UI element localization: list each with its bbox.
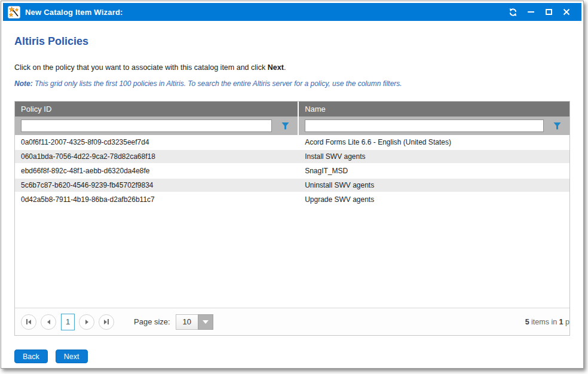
- last-page-button[interactable]: [99, 314, 114, 330]
- wizard-window: New Catalog Item Wizard: Altiri: [1, 1, 584, 369]
- instruction-text: Click on the policy that you want to ass…: [14, 63, 570, 72]
- wizard-content: Altiris Policies Click on the policy tha…: [1, 35, 583, 363]
- next-button[interactable]: Next: [56, 350, 88, 363]
- policy-id-filter-input[interactable]: [21, 119, 272, 132]
- wizard-app-icon: [8, 6, 20, 19]
- column-header-policy-id[interactable]: Policy ID: [15, 102, 299, 117]
- previous-page-button[interactable]: [41, 314, 56, 330]
- table-row[interactable]: 060a1bda-7056-4d22-9ca2-78d82ca68f18 Ins…: [15, 149, 569, 164]
- name-cell: SnagIT_MSD: [299, 164, 569, 178]
- items-info-text: items in: [529, 318, 559, 326]
- column-header-name[interactable]: Name: [299, 102, 569, 117]
- instruction-bold-next: Next: [268, 63, 284, 72]
- next-page-button[interactable]: [79, 314, 94, 330]
- name-cell: Acord Forms Lite 6.6 - English (United S…: [299, 135, 569, 149]
- table-row[interactable]: 0d42a5b8-7911-4b19-86ba-d2afb26b11c7 Upg…: [15, 192, 569, 207]
- filter-funnel-icon[interactable]: [281, 122, 289, 130]
- page-size-label: Page size:: [134, 317, 170, 326]
- note-text: Note: This grid only lists the first 100…: [14, 79, 570, 88]
- policy-id-cell: 060a1bda-7056-4d22-9ca2-78d82ca68f18: [15, 150, 299, 163]
- items-info-suffix: p: [564, 318, 569, 326]
- current-page-indicator[interactable]: 1: [61, 314, 75, 330]
- table-row[interactable]: 5c6b7c87-b620-4546-9239-fb45702f9834 Uni…: [15, 178, 569, 192]
- pages-count: 1: [559, 318, 564, 326]
- instruction-segment: Click on the policy that you want to ass…: [14, 63, 268, 72]
- table-row[interactable]: 0a0f6f11-2007-4325-8f09-cd3235eef7d4 Aco…: [15, 135, 569, 149]
- note-body: This grid only lists the first 100 polic…: [33, 79, 402, 88]
- window-title: New Catalog Item Wizard:: [25, 8, 123, 17]
- page-title: Altiris Policies: [14, 35, 570, 48]
- wizard-footer: Back Next: [14, 350, 570, 363]
- name-cell: Install SWV agents: [299, 150, 569, 163]
- back-button[interactable]: Back: [14, 350, 48, 363]
- grid-filter-row: [15, 117, 569, 135]
- policy-id-cell: 5c6b7c87-b620-4546-9239-fb45702f9834: [15, 179, 299, 192]
- window-controls: [504, 5, 575, 19]
- grid-header-row: Policy ID Name: [15, 102, 569, 117]
- policies-grid: Policy ID Name: [14, 101, 570, 336]
- instruction-period: .: [284, 63, 286, 72]
- page-size-value: 10: [176, 314, 198, 330]
- name-filter-input[interactable]: [305, 119, 544, 132]
- filter-funnel-icon[interactable]: [553, 122, 561, 130]
- name-filter-cell: [299, 117, 569, 135]
- page-size-dropdown[interactable]: 10: [176, 314, 213, 330]
- items-count: 5: [525, 318, 529, 326]
- name-cell: Upgrade SWV agents: [299, 192, 569, 207]
- name-cell: Uninstall SWV agents: [299, 179, 569, 192]
- maximize-icon[interactable]: [540, 5, 558, 19]
- titlebar: New Catalog Item Wizard:: [3, 3, 581, 21]
- first-page-button[interactable]: [21, 314, 36, 330]
- policy-id-cell: ebd66f8f-892c-48f1-aebb-d6320da4e8fe: [15, 164, 299, 178]
- chevron-down-icon[interactable]: [198, 314, 213, 330]
- note-label: Note:: [14, 79, 33, 88]
- close-icon[interactable]: [558, 5, 575, 19]
- policy-id-cell: 0a0f6f11-2007-4325-8f09-cd3235eef7d4: [15, 135, 299, 149]
- minimize-icon[interactable]: [522, 5, 540, 19]
- policy-id-filter-cell: [15, 117, 299, 135]
- pager-bar: 1 Page size: 10 5 items in 1 p: [15, 308, 569, 335]
- table-row[interactable]: ebd66f8f-892c-48f1-aebb-d6320da4e8fe Sna…: [15, 164, 569, 178]
- policy-id-cell: 0d42a5b8-7911-4b19-86ba-d2afb26b11c7: [15, 192, 299, 207]
- grid-body: 0a0f6f11-2007-4325-8f09-cd3235eef7d4 Aco…: [15, 135, 569, 308]
- items-count-info: 5 items in 1 p: [525, 318, 569, 326]
- refresh-icon[interactable]: [504, 5, 522, 19]
